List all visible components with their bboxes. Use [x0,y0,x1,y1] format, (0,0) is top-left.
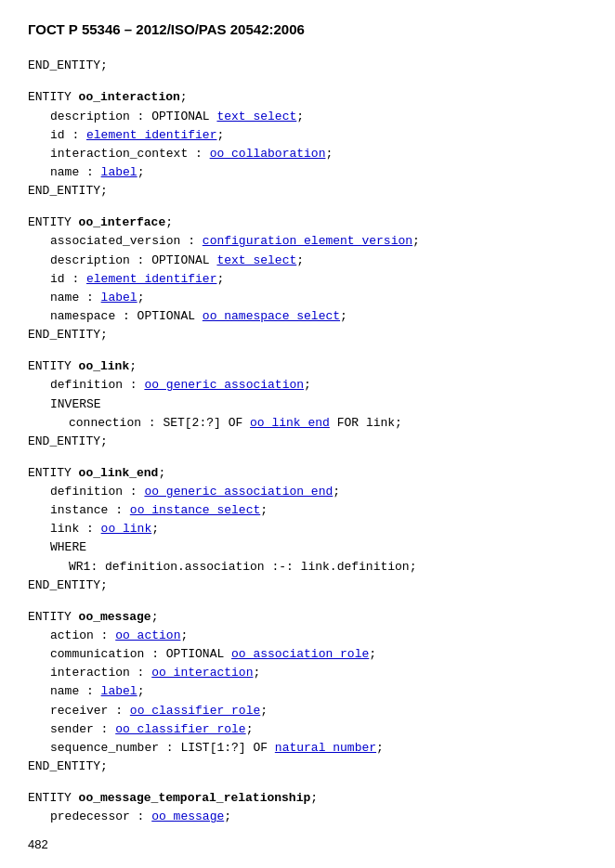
link-element-identifier-1[interactable]: element_identifier [86,128,216,142]
link-text-select-1[interactable]: text_select [216,110,296,123]
link-oo-association-role[interactable]: oo_association_role [231,647,369,661]
field-description-oo-interface: description : OPTIONAL text_select; [28,252,587,270]
entity-oo-link-header: ENTITY oo_link; [28,357,587,376]
field-id-oo-interaction: id : element_identifier; [28,126,587,145]
link-oo-classifier-role-1[interactable]: oo_classifier_role [130,704,260,718]
entity-oo-interface-header: ENTITY oo_interface; [28,214,587,232]
link-element-identifier-2[interactable]: element_identifier [86,272,216,286]
field-description-oo-interaction: description : OPTIONAL text_select; [28,108,587,126]
entity-name-oo-message: oo_message [79,610,151,624]
link-oo-namespace-select[interactable]: oo_namespace_select [203,309,340,323]
field-interaction-oo-message: interaction : oo_interaction; [28,664,587,682]
document-content: ГОСТ Р 55346 – 2012/ISO/PAS 20542:2006 E… [28,19,587,826]
field-communication: communication : OPTIONAL oo_association_… [28,645,587,664]
field-instance: instance : oo_instance_select; [28,501,587,520]
entity-name-oo-interaction: oo_interaction [79,90,180,104]
field-name-oo-message: name : label; [28,682,587,701]
entity-name-oo-interface: oo_interface [79,215,166,229]
field-namespace: namespace : OPTIONAL oo_namespace_select… [28,307,587,326]
end-entity-oo-link: END_ENTITY; [28,433,587,451]
link-oo-classifier-role-2[interactable]: oo_classifier_role [115,722,245,736]
keyword-inverse: INVERSE [28,395,587,414]
entity-oo-message-header: ENTITY oo_message; [28,608,587,627]
link-text-select-2[interactable]: text_select [216,253,296,267]
field-name-oo-interface: name : label; [28,289,587,307]
end-entity-initial: END_ENTITY; [28,57,587,75]
link-oo-instance-select[interactable]: oo_instance_select [130,503,260,517]
end-entity-oo-message: END_ENTITY; [28,758,587,776]
wr1-rule: WR1: definition.association :-: link.def… [28,558,587,577]
entity-oo-message-temporal-relationship-header: ENTITY oo_message_temporal_relationship; [28,789,587,808]
field-interaction-context: interaction_context : oo_collaboration; [28,145,587,163]
field-name-oo-interaction: name : label; [28,163,587,182]
link-oo-action[interactable]: oo_action [115,628,180,642]
field-connection: connection : SET[2:?] OF oo_link_end FOR… [28,414,587,433]
field-sequence-number: sequence_number : LIST[1:?] OF natural_n… [28,739,587,758]
entity-name-oo-link: oo_link [79,359,130,373]
link-oo-generic-association[interactable]: oo_generic_association [144,378,304,392]
link-label-2[interactable]: label [101,291,137,304]
link-oo-interaction[interactable]: oo_interaction [151,666,253,680]
end-entity-oo-link-end: END_ENTITY; [28,577,587,595]
field-id-oo-interface: id : element_identifier; [28,270,587,289]
field-associated-version: associated_version : configuration_eleme… [28,232,587,251]
page-number: 482 [28,837,587,851]
field-receiver: receiver : oo_classifier_role; [28,702,587,720]
link-natural-number[interactable]: natural_number [275,741,376,755]
field-link: link : oo_link; [28,520,587,538]
field-definition-oo-link-end: definition : oo_generic_association_end; [28,483,587,501]
entity-oo-link-end-header: ENTITY oo_link_end; [28,464,587,483]
entity-name-oo-message-temporal-relationship: oo_message_temporal_relationship [79,791,311,805]
field-definition-oo-link: definition : oo_generic_association; [28,376,587,395]
field-sender: sender : oo_classifier_role; [28,720,587,739]
page-title: ГОСТ Р 55346 – 2012/ISO/PAS 20542:2006 [28,19,587,40]
entity-oo-interaction-header: ENTITY oo_interaction; [28,88,587,107]
link-label-3[interactable]: label [101,684,137,698]
link-oo-collaboration[interactable]: oo_collaboration [210,147,326,161]
link-oo-generic-association-end[interactable]: oo_generic_association_end [144,485,333,499]
field-predecessor: predecessor : oo_message; [28,808,587,826]
field-action: action : oo_action; [28,627,587,645]
end-entity-oo-interface: END_ENTITY; [28,326,587,344]
entity-name-oo-link-end: oo_link_end [79,466,159,480]
link-configuration-element-version[interactable]: configuration_element_version [203,234,412,248]
link-oo-link[interactable]: oo_link [101,522,152,536]
link-oo-message[interactable]: oo_message [151,810,224,823]
link-label-1[interactable]: label [101,165,137,179]
end-entity-oo-interaction: END_ENTITY; [28,182,587,201]
keyword-where: WHERE [28,538,587,557]
link-oo-link-end[interactable]: oo_link_end [250,416,330,430]
